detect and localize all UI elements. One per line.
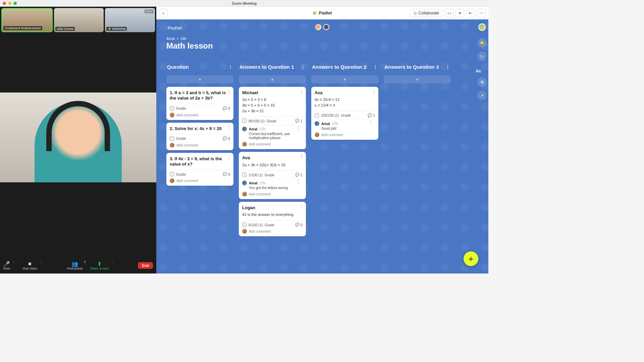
column-menu-icon[interactable]: ⋮ [373,64,378,70]
add-comment-input[interactable]: Add comment [170,176,230,184]
column-header: Answers to Question 1⋮ [239,60,306,75]
column-menu-icon[interactable]: ⋮ [445,64,450,70]
post-card[interactable]: ⋮1. If a = 3 and b = 5, what is the valu… [166,87,233,120]
comment-menu-icon[interactable]: ⋮ [296,179,301,185]
participant-name: ⚡ Marketing [106,27,127,31]
card-menu-icon[interactable]: ⋮ [227,89,231,94]
comment-menu-icon[interactable]: ⋮ [296,125,301,131]
participant-thumb[interactable]: View ⚡ Marketing [105,8,155,32]
maximize-window-icon[interactable] [13,2,17,5]
participants-button[interactable]: 👥 3 Participants [67,261,83,270]
microphone-icon: 🎤 [3,261,10,267]
play-button[interactable]: ▷ [477,52,487,61]
settings-button[interactable]: ⚙ [477,77,487,87]
card-menu-icon[interactable]: ⋮ [299,154,304,159]
post-card[interactable]: ⋮2. Solve for x: 4x + 8 = 20 ✓Grade 💬0Ad… [166,123,233,150]
card-menu-icon[interactable]: ⋮ [227,155,231,160]
post-card[interactable]: ⋮Ava4x = 20-8 = 12 x = 12/4 = 3 ✓100/100… [311,87,378,140]
collapse-button[interactable]: ⇤ [466,9,475,17]
grade-row: ✓Grade 💬0 [170,134,230,141]
column-title: Answers to Question 3 [384,64,439,70]
add-comment-input[interactable]: Add comment [170,141,230,148]
comment-count[interactable]: 💬1 [368,113,375,118]
filter-button[interactable]: ▾ [455,9,464,17]
add-card-button[interactable]: + [166,75,233,83]
open-external-button[interactable]: ↗ [477,91,487,100]
add-comment-input[interactable]: Add comment [242,227,303,234]
grade-row: ✓Grade 💬0 [170,170,230,176]
add-card-button[interactable]: + [384,75,451,83]
back-button[interactable]: ‹ [159,9,168,17]
comment-count[interactable]: 💬1 [295,173,303,177]
comment-count[interactable]: 💬0 [223,136,230,141]
avatar [315,132,319,137]
traffic-lights [0,2,17,5]
grade-checkbox-icon[interactable]: ✓ [315,113,319,118]
column-menu-icon[interactable]: ⋮ [228,64,233,70]
comment-icon: 💬 [223,136,227,141]
grade-link[interactable]: Grade [265,223,274,227]
post-card[interactable]: ⋮3. If 4x - 3 = 9, what is the value of … [166,153,233,186]
column-menu-icon[interactable]: ⋮ [301,64,305,70]
grade-link[interactable]: Grade [176,136,186,140]
close-window-icon[interactable] [3,2,6,5]
board-side-rail: 🔔 ▷ Ac ⚙ ↗ [476,33,488,100]
comment-text: Good job! [321,126,375,130]
present-button[interactable]: ▭ [445,9,453,17]
grade-link[interactable]: Grade [341,113,351,117]
post-card[interactable]: ⋮Logan42 is the answer to everything ✓6/… [239,202,306,236]
participant-name: Amalanand Muthukumaran [3,26,42,30]
collaborate-button[interactable]: ◇ Collaborate [410,9,443,17]
grade-link[interactable]: Grade [265,173,274,177]
card-menu-icon[interactable]: ⋮ [299,204,304,209]
comment-count[interactable]: 💬0 [223,106,230,111]
post-card[interactable]: ⋮Michael2a = 3 + 3 = 6 3b = 5 + 5 + 5 = … [239,87,306,149]
grade-link[interactable]: Grade [176,172,186,176]
post-card[interactable]: ⋮Ava2a + 3b = 2(5)+ 3(3) = 19 ✓1/100 (1)… [239,152,306,199]
mute-button[interactable]: 🎤 Mute [3,261,10,270]
add-comment-input[interactable]: Add comment [242,140,303,147]
mute-menu-chevron-icon[interactable]: ⌃ [13,261,15,264]
comment-count[interactable]: 💬0 [223,172,230,176]
grade-row: ✓Grade 💬0 [170,104,230,111]
add-card-button[interactable]: + [311,75,378,83]
minimize-window-icon[interactable] [8,2,11,5]
grade-checkbox-icon[interactable]: ✓ [170,136,174,141]
grade-link[interactable]: Grade [267,119,276,123]
add-comment-input[interactable]: Add comment [170,111,230,118]
grade-checkbox-icon[interactable]: ✓ [242,223,247,227]
add-post-fab[interactable]: + [464,251,478,266]
viewer-avatars[interactable] [315,24,329,30]
card-menu-icon[interactable]: ⋮ [227,125,231,130]
grade-checkbox-icon[interactable]: ✓ [242,173,247,177]
video-menu-chevron-icon[interactable]: ⌃ [40,261,42,264]
current-user-avatar[interactable] [478,23,486,31]
card-title: 1. If a = 3 and b = 5, what is the value… [170,90,230,101]
participant-name: Julia Carnes [55,27,75,31]
stop-video-button[interactable]: ■ Stop Video [22,261,37,270]
share-menu-chevron-icon[interactable]: ⌃ [111,261,114,264]
board-column: Answers to Question 3⋮+ [384,60,451,87]
add-comment-input[interactable]: Add comment [242,190,303,197]
card-menu-icon[interactable]: ⋮ [372,89,376,94]
participant-count: 3 [84,260,86,263]
grade-checkbox-icon[interactable]: ✓ [170,106,174,111]
card-menu-icon[interactable]: ⋮ [299,89,304,94]
share-screen-button[interactable]: ⬆ Share Screen [90,261,109,270]
add-card-button[interactable]: + [239,75,306,83]
grade-checkbox-icon[interactable]: ✓ [170,172,174,176]
padlet-board: :Padlet 🔔 ▷ Ac ⚙ ↗ Amal • 18h Math lesso… [156,19,488,274]
zoom-toolbar: 🎤 Mute ⌃ ■ Stop Video ⌃ 👥 3 Participants… [0,257,156,274]
more-menu-button[interactable]: ⋯ [477,9,486,17]
notifications-button[interactable]: 🔔 [477,38,487,48]
end-meeting-button[interactable]: End [138,262,153,269]
view-button[interactable]: View [145,9,154,13]
comment-count[interactable]: 💬1 [295,119,303,123]
participant-thumb[interactable]: Julia Carnes [54,8,104,32]
grade-link[interactable]: Grade [176,106,186,110]
grade-checkbox-icon[interactable]: ✓ [242,119,247,123]
comment-menu-icon[interactable]: ⋮ [368,120,373,125]
add-comment-input[interactable]: Add comment [315,130,375,138]
comment-count[interactable]: 💬0 [295,223,303,227]
participant-thumb[interactable]: Amalanand Muthukumaran [1,8,53,32]
